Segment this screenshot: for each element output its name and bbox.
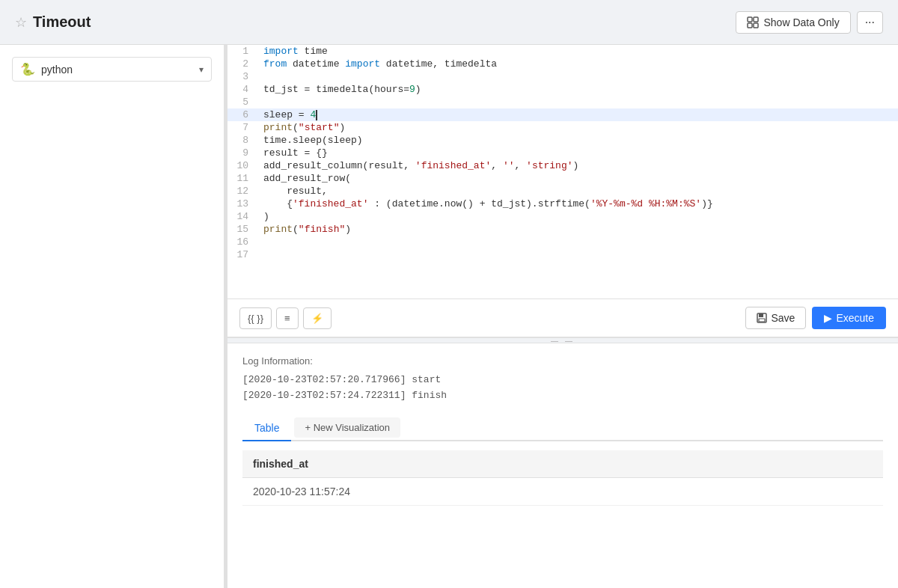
code-editor[interactable]: 1import time2from datetime import dateti…: [227, 45, 898, 299]
main-layout: 🐍 python ▾ 1import time2from datetime im…: [0, 45, 898, 588]
tab-new-visualization[interactable]: + New Visualization: [294, 417, 400, 438]
line-number: 7: [227, 121, 257, 134]
show-data-button[interactable]: Show Data Only: [736, 11, 850, 34]
language-selector[interactable]: 🐍 python ▾: [12, 57, 212, 82]
line-code: [257, 96, 898, 108]
save-button[interactable]: Save: [745, 307, 806, 329]
star-icon[interactable]: ☆: [15, 14, 27, 31]
line-code: import time: [257, 45, 898, 58]
execute-label: Execute: [836, 312, 874, 324]
line-number: 5: [227, 96, 257, 108]
language-label: python: [41, 64, 193, 76]
line-number: 6: [227, 108, 257, 121]
toolbar-left: {{ }} ≡ ⚡: [239, 307, 332, 329]
line-code: {'finished_at' : (datetime.now() + td_js…: [257, 197, 898, 210]
line-code: time.sleep(sleep): [257, 134, 898, 147]
tab-table[interactable]: Table: [242, 416, 291, 441]
svg-rect-2: [748, 23, 752, 28]
toolbar-right: Save ▶ Execute: [745, 307, 886, 329]
save-label: Save: [771, 312, 795, 324]
line-number: 12: [227, 185, 257, 197]
line-number: 2: [227, 58, 257, 70]
content-area: 1import time2from datetime import dateti…: [227, 45, 898, 588]
line-number: 1: [227, 45, 257, 58]
play-icon: ▶: [824, 312, 832, 324]
tabs-row: Table + New Visualization: [242, 416, 883, 441]
line-number: 8: [227, 134, 257, 147]
line-code: [257, 236, 898, 248]
line-number: 4: [227, 83, 257, 96]
chevron-down-icon: ▾: [199, 64, 204, 75]
run-quick-button[interactable]: ⚡: [303, 307, 332, 329]
line-code: [257, 70, 898, 83]
header-right: Show Data Only ···: [736, 11, 883, 34]
table-icon: [747, 16, 759, 28]
line-number: 11: [227, 172, 257, 185]
line-number: 16: [227, 236, 257, 248]
table-row: 2020-10-23 11:57:24: [242, 477, 883, 505]
output-area: Log Information: [2020-10-23T02:57:20.71…: [227, 343, 898, 588]
result-table-wrap: finished_at 2020-10-23 11:57:24: [242, 450, 883, 506]
table-cell: 2020-10-23 11:57:24: [242, 477, 883, 505]
table-column-header: finished_at: [242, 450, 883, 478]
svg-rect-1: [754, 17, 758, 22]
sidebar: 🐍 python ▾: [0, 45, 224, 588]
log-lines: [2020-10-23T02:57:20.717966] start[2020-…: [242, 373, 883, 404]
execute-button[interactable]: ▶ Execute: [812, 307, 886, 329]
log-line: [2020-10-23T02:57:20.717966] start: [242, 373, 883, 388]
svg-rect-6: [759, 319, 765, 322]
line-code: from datetime import datetime, timedelta: [257, 58, 898, 70]
line-code: print("start"): [257, 121, 898, 134]
line-number: 9: [227, 147, 257, 159]
header: ☆ Timeout Show Data Only ···: [0, 0, 898, 45]
line-number: 3: [227, 70, 257, 83]
svg-rect-5: [759, 313, 763, 317]
line-number: 13: [227, 197, 257, 210]
log-info-label: Log Information:: [242, 355, 883, 367]
log-line: [2020-10-23T02:57:24.722311] finish: [242, 388, 883, 404]
line-number: 10: [227, 159, 257, 172]
more-button[interactable]: ···: [857, 11, 883, 34]
svg-rect-0: [748, 17, 752, 22]
header-left: ☆ Timeout: [15, 13, 91, 31]
line-code: add_result_column(result, 'finished_at',…: [257, 159, 898, 172]
result-table: finished_at 2020-10-23 11:57:24: [242, 450, 883, 506]
line-code: print("finish"): [257, 223, 898, 236]
line-code: result = {}: [257, 147, 898, 159]
template-button[interactable]: {{ }}: [239, 307, 272, 329]
python-icon: 🐍: [20, 62, 35, 76]
line-number: 14: [227, 210, 257, 223]
code-table: 1import time2from datetime import dateti…: [227, 45, 898, 261]
format-button[interactable]: ≡: [276, 307, 299, 329]
line-code: sleep = 4: [257, 108, 898, 121]
editor-toolbar: {{ }} ≡ ⚡ Save ▶ Execute: [227, 299, 898, 337]
line-code: [257, 248, 898, 261]
line-code: td_jst = timedelta(hours=9): [257, 83, 898, 96]
svg-rect-3: [754, 23, 758, 28]
save-icon: [757, 313, 767, 323]
line-number: 17: [227, 248, 257, 261]
line-code: result,: [257, 185, 898, 197]
line-number: 15: [227, 223, 257, 236]
line-code: ): [257, 210, 898, 223]
resize-handle[interactable]: — —: [227, 337, 898, 343]
page-title: Timeout: [33, 13, 91, 31]
line-code: add_result_row(: [257, 172, 898, 185]
